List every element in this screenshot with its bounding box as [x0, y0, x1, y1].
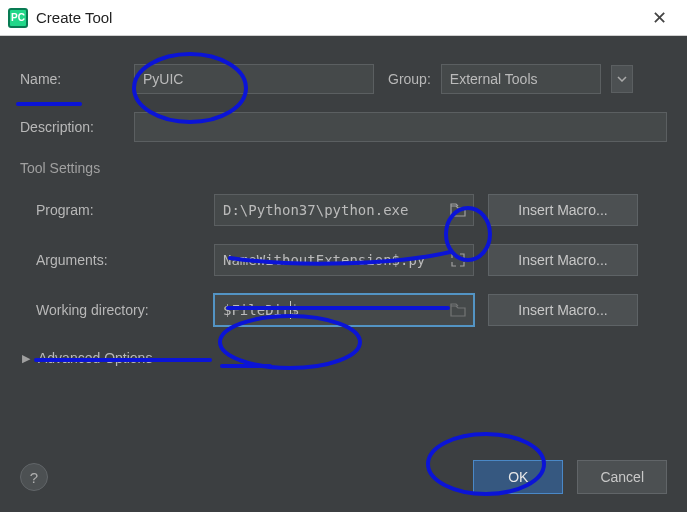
name-label: Name:	[20, 71, 120, 87]
insert-macro-workingdir-button[interactable]: Insert Macro...	[488, 294, 638, 326]
advanced-options-toggle[interactable]: ▶ Advanced Options	[22, 350, 667, 366]
expand-icon[interactable]	[448, 250, 468, 270]
group-select[interactable]: External Tools	[441, 64, 601, 94]
program-row: Program: Insert Macro...	[20, 194, 667, 226]
insert-macro-program-button[interactable]: Insert Macro...	[488, 194, 638, 226]
arguments-row: Arguments: Insert Macro...	[20, 244, 667, 276]
window-title: Create Tool	[36, 9, 639, 26]
name-group-row: Name: Group: External Tools	[20, 64, 667, 94]
chevron-down-icon[interactable]	[611, 65, 633, 93]
group-select-value: External Tools	[450, 71, 538, 87]
working-dir-label: Working directory:	[20, 302, 200, 318]
help-button[interactable]: ?	[20, 463, 48, 491]
arguments-label: Arguments:	[20, 252, 200, 268]
program-input[interactable]	[214, 194, 474, 226]
cancel-button[interactable]: Cancel	[577, 460, 667, 494]
group-label: Group:	[388, 71, 431, 87]
arguments-input[interactable]	[214, 244, 474, 276]
folder-icon[interactable]	[448, 200, 468, 220]
dialog-body: Name: Group: External Tools Description:…	[0, 36, 687, 408]
insert-macro-arguments-button[interactable]: Insert Macro...	[488, 244, 638, 276]
description-input[interactable]	[134, 112, 667, 142]
tool-settings-title: Tool Settings	[20, 160, 667, 176]
close-icon[interactable]: ✕	[639, 7, 679, 29]
folder-icon[interactable]	[448, 300, 468, 320]
titlebar: PC Create Tool ✕	[0, 0, 687, 36]
description-label: Description:	[20, 119, 120, 135]
app-icon: PC	[8, 8, 28, 28]
program-label: Program:	[20, 202, 200, 218]
name-input[interactable]	[134, 64, 374, 94]
ok-button[interactable]: OK	[473, 460, 563, 494]
working-dir-row: Working directory: Insert Macro...	[20, 294, 667, 326]
triangle-right-icon: ▶	[22, 352, 30, 365]
description-row: Description:	[20, 112, 667, 142]
dialog-footer: ? OK Cancel	[20, 460, 667, 494]
working-dir-input[interactable]	[214, 294, 474, 326]
text-caret	[290, 301, 291, 319]
advanced-options-label: Advanced Options	[38, 350, 152, 366]
